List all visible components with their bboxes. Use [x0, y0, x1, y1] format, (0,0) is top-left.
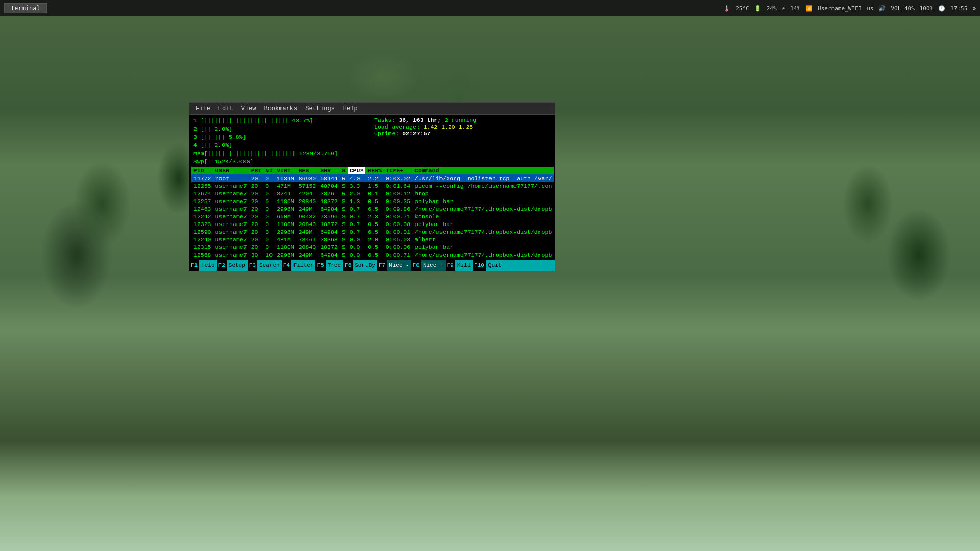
cpu2-row: 2 [|| 2.0%]	[193, 125, 370, 133]
tasks-count: 36,	[399, 117, 413, 123]
table-row[interactable]: 12590username72002996M249M64984S0.76.50:…	[191, 228, 554, 236]
load-line: Load average: 1.42 1.20 1.25	[374, 123, 551, 130]
battery3: 100%	[920, 5, 934, 12]
wifi-icon: 📶	[805, 5, 813, 12]
fn-key-f9[interactable]: F9Kill	[446, 260, 473, 271]
cpu1-row: 1 [|||||||||||||||||||||||| 43.7%]	[193, 117, 370, 125]
wifi-name: Username_WIFI	[818, 5, 862, 12]
settings-icon[interactable]: ⚙️	[972, 5, 976, 12]
menu-bookmarks[interactable]: Bookmarks	[260, 104, 301, 113]
taskbar: Terminal 🌡️ 25°C 🔋 24% ⚡ 14% 📶 Username_…	[0, 0, 980, 16]
col-user: USER	[213, 167, 249, 174]
fn-key-f10[interactable]: F10Quit	[473, 260, 503, 271]
process-table: PID USER PRI NI VIRT RES SHR S CPU% MEM%…	[191, 167, 554, 259]
htop-content: 1 [|||||||||||||||||||||||| 43.7%] 2 [||…	[189, 115, 555, 260]
table-row[interactable]: 12315username72001180M2084018372S0.00.50…	[191, 243, 554, 251]
fn-key-f3[interactable]: F3Search	[248, 260, 282, 271]
table-row[interactable]: 12323username72001180M2084018372S0.70.50…	[191, 220, 554, 228]
lang: us	[867, 5, 873, 12]
temperature: 25°C	[736, 5, 749, 12]
cpu-bars: 1 [|||||||||||||||||||||||| 43.7%] 2 [||…	[191, 116, 372, 167]
uptime-line: Uptime: 02:27:57	[374, 130, 551, 137]
load-label: Load average:	[374, 123, 424, 130]
menu-view[interactable]: View	[237, 104, 260, 113]
table-row[interactable]: 12240username7200481M7846438368S0.02.00:…	[191, 236, 554, 243]
fn-key-f6[interactable]: F6SortBy	[343, 260, 377, 271]
terminal-taskbar-button[interactable]: Terminal	[4, 3, 47, 13]
uptime-label: Uptime:	[374, 130, 402, 137]
temp-icon: 🌡️	[723, 5, 730, 12]
battery2: 14%	[790, 5, 800, 12]
bat2-icon: ⚡	[782, 5, 786, 12]
table-header: PID USER PRI NI VIRT RES SHR S CPU% MEM%…	[191, 167, 554, 174]
table-row[interactable]: 12568username730102996M249M64984S0.06.50…	[191, 251, 554, 259]
uptime-val: 02:27:57	[402, 130, 430, 137]
clock-icon: 🕐	[938, 5, 945, 12]
tasks-label: Tasks:	[374, 117, 399, 123]
fn-key-f8[interactable]: F8Nice +	[411, 260, 446, 271]
table-row[interactable]: 12242username7200660M9043273596S0.72.30:…	[191, 213, 554, 220]
col-pri: PRI	[249, 167, 264, 174]
process-list: 11772root2001634M8698058444R4.02.20:03.0…	[191, 174, 554, 259]
fn-key-f4[interactable]: F4Filter	[282, 260, 316, 271]
col-command: Command	[412, 167, 554, 174]
fn-key-f7[interactable]: F7Nice -	[377, 260, 411, 271]
table-row[interactable]: 11772root2001634M8698058444R4.02.20:03.0…	[191, 174, 554, 182]
table-row[interactable]: 12674username7200824442043376R2.00.10:00…	[191, 190, 554, 197]
col-time: TIME+	[384, 167, 412, 174]
sys-stats: Tasks: 36, 163 thr; 2 running Load avera…	[372, 116, 553, 167]
taskbar-right: 🌡️ 25°C 🔋 24% ⚡ 14% 📶 Username_WIFI us 🔊…	[723, 5, 976, 12]
fn-key-f5[interactable]: F5Tree	[315, 260, 343, 271]
col-virt: VIRT	[275, 167, 297, 174]
function-key-bar: F1HelpF2SetupF3SearchF4FilterF5TreeF6Sor…	[189, 260, 555, 271]
col-ni: NI	[263, 167, 275, 174]
tasks-thr: 163 thr;	[413, 117, 445, 123]
menu-edit[interactable]: Edit	[214, 104, 237, 113]
menu-bar: File Edit View Bookmarks Settings Help	[189, 103, 555, 115]
battery1: 24%	[767, 5, 777, 12]
desktop-background	[0, 0, 980, 551]
info-panel: 1 [|||||||||||||||||||||||| 43.7%] 2 [||…	[191, 116, 553, 167]
clock: 17:55	[950, 5, 967, 12]
col-res: RES	[297, 167, 318, 174]
mem-row: Mem[||||||||||||||||||||||||| 628M/3.75G…	[193, 149, 370, 158]
cpu3-row: 3 [|| ||| 5.8%]	[193, 133, 370, 141]
menu-file[interactable]: File	[191, 104, 214, 113]
col-pid: PID	[191, 167, 213, 174]
taskbar-left: Terminal	[4, 3, 47, 13]
menu-settings[interactable]: Settings	[301, 104, 339, 113]
vol-icon: 🔊	[878, 5, 886, 12]
fn-key-f2[interactable]: F2Setup	[217, 260, 248, 271]
table-row[interactable]: 12463username72002996M249M64984S0.76.50:…	[191, 205, 554, 213]
table-row[interactable]: 12255username7200471M5715240704S3.31.50:…	[191, 182, 554, 190]
col-s: S	[340, 167, 348, 174]
menu-help[interactable]: Help	[339, 104, 362, 113]
terminal-window: File Edit View Bookmarks Settings Help 1…	[189, 102, 555, 271]
col-mem: MEM%	[365, 167, 384, 174]
tasks-line: Tasks: 36, 163 thr; 2 running	[374, 117, 551, 123]
load-vals: 1.42 1.20 1.25	[424, 123, 473, 130]
tasks-running: 2 running	[445, 117, 476, 123]
cpu4-row: 4 [|| 2.0%]	[193, 141, 370, 149]
col-cpu[interactable]: CPU%	[348, 167, 366, 174]
bat1-icon: 🔋	[754, 5, 762, 12]
swp-row: Swp[| 152K/3.00G]	[193, 158, 370, 166]
table-row[interactable]: 12257username72001180M2084018372S1.30.50…	[191, 197, 554, 205]
volume: VOL 40%	[891, 5, 914, 12]
fn-key-f1[interactable]: F1Help	[189, 260, 217, 271]
col-shr: SHR	[318, 167, 340, 174]
